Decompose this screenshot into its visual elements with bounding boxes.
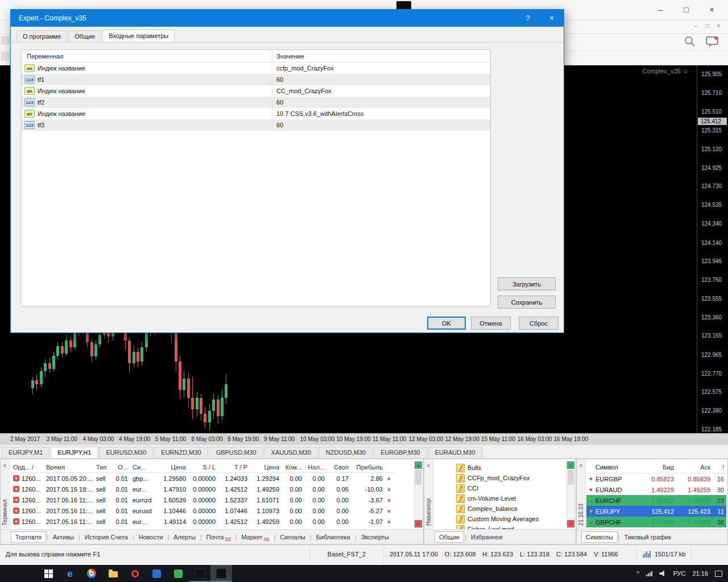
order-row[interactable]: ▼1260...2017.05.15 18:...sell0.01eur...1… [11, 484, 395, 494]
parameter-row--2[interactable]: abИндюк названиеCC_mod_CrazyFox [22, 85, 490, 97]
chart-tab-nzdusd-m30[interactable]: NZDUSD,M30 [319, 447, 373, 458]
terminal-scrollbar[interactable]: ▲ ▼ [414, 461, 423, 528]
mdi-restore-button[interactable]: □ [705, 23, 709, 29]
parameter-value[interactable]: 10.7 CSS.v3.6_withAlertsCross [272, 108, 490, 119]
chart-tab-eurjpy-h1[interactable]: EURJPY,H1 [51, 447, 98, 458]
orders-column-header[interactable]: S / L [188, 464, 218, 471]
parameter-row--0[interactable]: abИндюк названиеccfp_mod_CrazyFox [22, 63, 490, 74]
parameter-value[interactable]: 60 [272, 97, 490, 108]
notification-center-icon[interactable] [715, 571, 722, 577]
parameter-value[interactable]: CC_mod_CrazyFox [272, 85, 490, 97]
dialog-titlebar[interactable]: Expert - Complex_v35 ? × [11, 10, 564, 27]
dialog-help-button[interactable]: ? [516, 10, 540, 27]
order-row[interactable]: ▼1260...2017.05.16 11:...sell0.01eur...1… [11, 516, 395, 527]
market-column-header[interactable]: Бид [634, 464, 674, 471]
dialog-tab-[interactable]: О программе [16, 30, 67, 42]
chrome-icon[interactable] [81, 565, 102, 582]
clock[interactable]: 21:16 [692, 570, 708, 577]
parameter-value[interactable]: 60 [272, 74, 490, 85]
terminal-tab-[interactable]: История Счета [81, 532, 132, 542]
parameter-value[interactable]: 60 [272, 119, 490, 131]
edge-icon[interactable]: e [59, 565, 81, 582]
load-button[interactable]: Загрузить [498, 277, 556, 290]
market-row-eurjpy[interactable]: ▼EURJPY125.412125.42311 [586, 506, 726, 517]
market-close-icon[interactable]: × [579, 462, 582, 469]
navigator-close-icon[interactable]: × [427, 462, 430, 469]
orders-column-header[interactable]: Тип [94, 464, 111, 471]
orders-column-header[interactable]: Орд... / [11, 464, 44, 471]
orders-column-header[interactable]: Своп [327, 464, 351, 471]
navigator-item-ccfp-mod-crazyfox[interactable]: ƒCCFp_mod_CrazyFox [424, 473, 565, 483]
scroll-up-icon[interactable]: ▲ [415, 462, 422, 469]
market-column-header[interactable]: Символ [595, 464, 634, 471]
market-tab-[interactable]: Тиковый график [620, 532, 675, 542]
parameter-row-tf3-5[interactable]: 123tf360 [22, 119, 490, 131]
close-order-icon[interactable]: × [387, 519, 391, 525]
orders-column-header[interactable]: Прибыль [351, 464, 385, 471]
market-tab-[interactable]: Символы [581, 531, 618, 543]
mdi-minimize-button[interactable]: – [694, 23, 698, 29]
terminal-tab-[interactable]: Библиотека [312, 532, 354, 542]
close-order-icon[interactable]: × [387, 508, 391, 514]
chat-bubble-icon[interactable] [705, 35, 719, 48]
chart-tab-eurusd-m30[interactable]: EURUSD,M30 [99, 447, 153, 458]
orders-column-header[interactable]: Время [44, 464, 94, 471]
navigator-item-complex-balance[interactable]: ƒComplex_balance [424, 504, 565, 514]
time-axis[interactable]: 2 May 20173 May 11:004 May 03:004 May 19… [0, 433, 728, 445]
market-column-header[interactable]: Аск [674, 464, 710, 471]
chart-tab-eurjpy-m1[interactable]: EURJPY,M1 [2, 447, 49, 458]
terminal-tab-[interactable]: Активы [49, 532, 78, 542]
orders-column-header[interactable]: Цена [250, 464, 282, 471]
market-column-header[interactable]: ! [710, 464, 725, 471]
navigator-item-bulls[interactable]: ƒBulls [424, 463, 565, 473]
market-row-gbpchf[interactable]: ▲GBPCHF1.273501.2738838 [586, 517, 726, 527]
close-order-icon[interactable]: × [387, 497, 391, 504]
scroll-down-icon[interactable]: ▼ [415, 520, 422, 527]
terminal-tab-[interactable]: Эксперты [357, 532, 393, 542]
scroll-down-icon[interactable]: ▼ [567, 520, 574, 527]
chart-tab-gbpusd-m30[interactable]: GBPUSD,M30 [209, 447, 263, 458]
app-green-icon[interactable] [167, 565, 189, 582]
terminal-tab-[interactable]: Маркет45 [237, 532, 273, 542]
order-row[interactable]: ▼1260...2017.05.05 20:...sell0.01gbp...1… [11, 473, 395, 484]
navigator-tab-[interactable]: Избранное [467, 532, 507, 542]
scroll-thumb[interactable] [568, 470, 574, 485]
tray-expand-icon[interactable]: ^ [636, 570, 639, 577]
close-button[interactable]: × [699, 2, 725, 18]
chart-tab-euraud-m30[interactable]: EURAUD,M30 [428, 447, 482, 458]
mdi-close-button[interactable]: × [717, 23, 720, 29]
order-row[interactable]: ▼1260...2017.05.16 11:...sell0.01eurnzd1… [11, 494, 395, 505]
orders-column-header[interactable]: Нал... [304, 464, 327, 471]
orders-column-header[interactable]: О... [111, 464, 130, 471]
chart-tab-eurgbp-m30[interactable]: EURGBP,M30 [374, 447, 427, 458]
order-row[interactable]: ▼1260...2017.05.16 11:...sell0.01eurusd1… [11, 505, 395, 516]
mt4-active-icon[interactable] [210, 565, 232, 582]
cancel-button[interactable]: Отмена [471, 317, 511, 330]
status-account[interactable]: Baset_FST_2 [310, 545, 384, 563]
orders-column-header[interactable]: Си... [130, 464, 156, 471]
terminal-close-icon[interactable]: × [3, 462, 6, 469]
terminal-tab-[interactable]: Почта33 [202, 532, 235, 542]
navigator-item-custom-moving-averages[interactable]: ƒCustom Moving Averages [424, 514, 565, 524]
browser-ring-icon[interactable] [124, 565, 146, 582]
chart-tab-eurnzd-m30[interactable]: EURNZD,M30 [154, 447, 208, 458]
navigator-scrollbar[interactable]: ▲ ▼ [566, 461, 575, 528]
close-order-icon[interactable]: × [387, 476, 391, 482]
app-blue-icon[interactable] [146, 565, 167, 582]
start-icon[interactable] [38, 565, 59, 582]
network-icon[interactable] [646, 571, 652, 576]
navigator-tab-[interactable]: Общие [435, 531, 464, 543]
maximize-button[interactable]: □ [673, 2, 699, 18]
navigator-item-cm-volume-level[interactable]: ƒcm-Volume-Level [424, 493, 565, 504]
scroll-up-icon[interactable]: ▲ [567, 462, 574, 469]
market-row-eurgbp[interactable]: ▼EURGBP0.858230.8583916 [586, 473, 726, 484]
orders-column-header[interactable]: Ком... [282, 464, 304, 471]
chart-tab-xauusd-m30[interactable]: XAUUSD,M30 [264, 447, 318, 458]
mt4-icon[interactable] [189, 565, 210, 582]
close-order-icon[interactable]: × [387, 487, 391, 493]
search-icon[interactable] [684, 35, 696, 48]
minimize-button[interactable]: – [648, 2, 673, 18]
dialog-tab-[interactable]: Общие [68, 30, 101, 42]
terminal-tab-[interactable]: Новости [135, 532, 167, 542]
reset-button[interactable]: Сброс [519, 317, 559, 330]
